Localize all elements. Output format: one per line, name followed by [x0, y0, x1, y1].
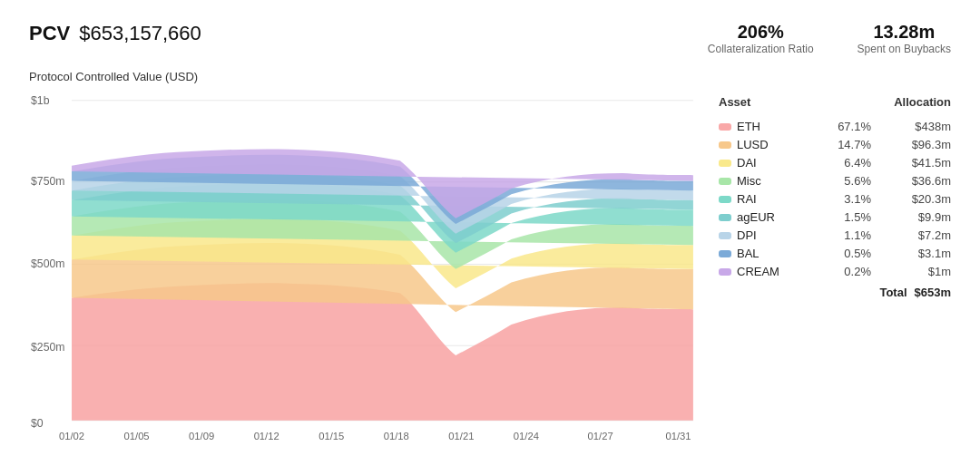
legend-item-left: RAI	[719, 192, 800, 206]
legend-item-val: $1m	[901, 265, 951, 278]
legend-item-left: DAI	[719, 156, 800, 170]
chart-title: Protocol Controlled Value (USD)	[29, 70, 697, 83]
legend-item: ETH 67.1% $438m	[719, 120, 951, 133]
spent-on-buybacks-label: Spent on Buybacks	[858, 43, 951, 55]
legend-item-name: LUSD	[737, 138, 769, 151]
svg-text:01/31: 01/31	[665, 431, 691, 441]
collateralization-ratio-value: 206%	[708, 22, 814, 43]
legend-item: Misc 5.6% $36.6m	[719, 174, 951, 188]
legend-item-val: $41.5m	[901, 156, 951, 170]
legend-item-pct: 5.6%	[830, 174, 871, 188]
svg-text:01/09: 01/09	[189, 431, 214, 441]
legend-item-pct: 1.5%	[830, 210, 871, 224]
legend-dot	[719, 178, 731, 185]
legend-item-name: RAI	[737, 192, 757, 206]
legend-item-name: DPI	[737, 228, 757, 242]
legend-dot	[719, 160, 731, 167]
svg-text:01/27: 01/27	[588, 431, 613, 441]
legend-total: Total $653m	[719, 286, 951, 299]
legend-item-left: DPI	[719, 228, 800, 242]
legend-total-value: $653m	[915, 286, 951, 299]
legend-item-val: $7.2m	[901, 228, 951, 242]
legend-item-val: $20.3m	[901, 192, 951, 206]
header-row: PCV $653,157,660 206% Collateralization …	[29, 22, 951, 55]
legend-item-pct: 3.1%	[830, 192, 871, 206]
svg-text:$0: $0	[31, 417, 44, 430]
legend-item: RAI 3.1% $20.3m	[719, 192, 951, 206]
legend-item: agEUR 1.5% $9.9m	[719, 210, 951, 224]
legend-dot	[719, 123, 731, 131]
main-container: PCV $653,157,660 206% Collateralization …	[0, 0, 980, 456]
legend-item-pct: 0.5%	[830, 247, 871, 260]
spent-on-buybacks-value: 13.28m	[858, 22, 951, 43]
svg-text:$500m: $500m	[31, 257, 64, 269]
legend-dot	[719, 196, 731, 203]
legend-item-left: BAL	[719, 247, 800, 260]
legend-item-pct: 14.7%	[830, 138, 871, 151]
legend-total-label: Total	[879, 286, 906, 299]
collateralization-ratio-block: 206% Collateralization Ratio	[708, 22, 814, 55]
area-chart: $1b $750m $500m $250m $0	[29, 87, 697, 441]
spent-on-buybacks-block: 13.28m Spent on Buybacks	[858, 22, 951, 55]
legend-dot	[719, 250, 731, 257]
svg-text:01/12: 01/12	[254, 431, 279, 441]
legend-item-val: $96.3m	[901, 138, 951, 151]
legend-dot	[719, 214, 731, 221]
legend-asset-header: Asset	[719, 95, 750, 109]
svg-text:$750m: $750m	[31, 175, 64, 188]
legend-item-name: BAL	[737, 247, 760, 260]
header-stats: 206% Collateralization Ratio 13.28m Spen…	[708, 22, 951, 55]
legend-items: ETH 67.1% $438m LUSD 14.7% $96.3m DAI 6.…	[719, 120, 951, 278]
svg-text:01/02: 01/02	[59, 431, 84, 441]
chart-wrapper: $1b $750m $500m $250m $0	[29, 87, 697, 441]
svg-text:$1b: $1b	[31, 94, 50, 107]
svg-text:01/15: 01/15	[318, 431, 344, 441]
legend-area: Asset Allocation ETH 67.1% $438m LUSD 14…	[697, 70, 951, 441]
legend-dot	[719, 232, 731, 239]
legend-item: DAI 6.4% $41.5m	[719, 156, 951, 170]
legend-item: LUSD 14.7% $96.3m	[719, 138, 951, 151]
legend-item-val: $438m	[901, 120, 951, 133]
legend-item-val: $3.1m	[901, 247, 951, 260]
svg-text:01/21: 01/21	[448, 431, 474, 441]
pcv-value: $653,157,660	[79, 22, 201, 45]
legend-header: Asset Allocation	[719, 95, 951, 112]
svg-text:$250m: $250m	[31, 340, 64, 353]
legend-item-name: DAI	[737, 156, 757, 170]
chart-area: Protocol Controlled Value (USD) $1b $750…	[29, 70, 697, 441]
legend-item-pct: 67.1%	[830, 120, 871, 133]
collateralization-ratio-label: Collateralization Ratio	[708, 43, 814, 55]
legend-item-name: Misc	[737, 174, 761, 188]
pcv-title: PCV $653,157,660	[29, 22, 201, 45]
legend-item-name: ETH	[737, 120, 760, 133]
legend-item-pct: 0.2%	[830, 265, 871, 278]
legend-item-left: agEUR	[719, 210, 800, 224]
legend-item-left: Misc	[719, 174, 800, 188]
chart-section: Protocol Controlled Value (USD) $1b $750…	[29, 70, 951, 441]
legend-item: DPI 1.1% $7.2m	[719, 228, 951, 242]
legend-allocation-header: Allocation	[894, 95, 951, 109]
svg-text:01/05: 01/05	[124, 431, 150, 441]
legend-item-pct: 6.4%	[830, 156, 871, 170]
legend-item-left: LUSD	[719, 138, 800, 151]
legend-dot	[719, 268, 731, 276]
svg-text:01/24: 01/24	[514, 431, 540, 441]
legend-dot	[719, 141, 731, 149]
legend-item-left: ETH	[719, 120, 800, 133]
legend-item-pct: 1.1%	[830, 228, 871, 242]
legend-item-name: agEUR	[737, 210, 775, 224]
legend-item-name: CREAM	[737, 265, 779, 278]
legend-item-val: $36.6m	[901, 174, 951, 188]
legend-item-val: $9.9m	[901, 210, 951, 224]
legend-item-left: CREAM	[719, 265, 800, 278]
legend-item: CREAM 0.2% $1m	[719, 265, 951, 278]
legend-item: BAL 0.5% $3.1m	[719, 247, 951, 260]
pcv-label: PCV	[29, 22, 70, 45]
svg-text:01/18: 01/18	[384, 431, 409, 441]
